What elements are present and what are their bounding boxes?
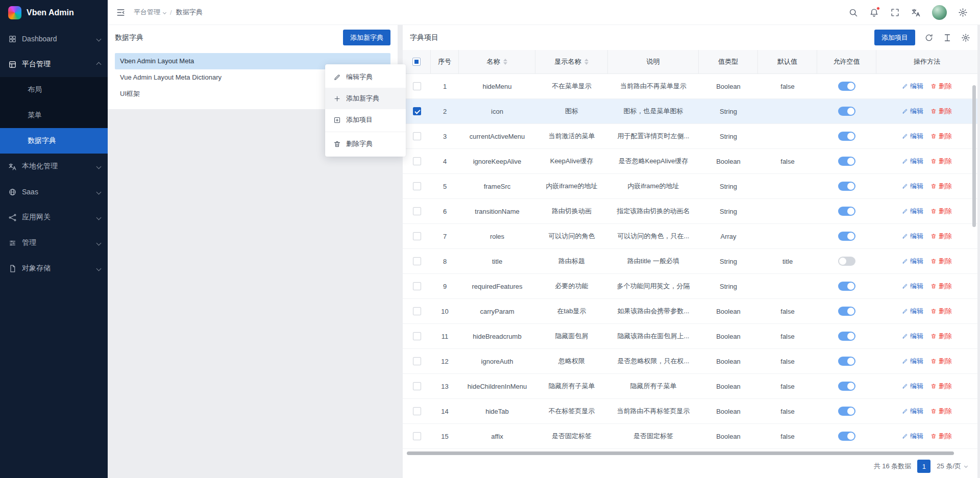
nullable-toggle[interactable]	[838, 107, 855, 116]
nullable-toggle[interactable]	[838, 232, 855, 241]
row-checkbox[interactable]	[413, 82, 421, 90]
column-header-显示名称[interactable]: 显示名称	[535, 50, 608, 74]
nullable-toggle[interactable]	[838, 332, 855, 341]
edit-link[interactable]: 编辑	[902, 357, 923, 366]
row-checkbox[interactable]	[413, 182, 421, 190]
row-checkbox[interactable]	[413, 232, 421, 240]
nullable-toggle[interactable]	[838, 407, 855, 416]
logo-icon	[8, 6, 21, 19]
row-checkbox[interactable]	[413, 382, 421, 390]
search-icon[interactable]	[848, 8, 858, 17]
nullable-toggle[interactable]	[838, 382, 855, 391]
row-checkbox[interactable]	[413, 332, 421, 340]
sidebar-subitem-布局[interactable]: 布局	[0, 77, 108, 103]
sort-icon[interactable]	[503, 59, 507, 65]
edit-link[interactable]: 编辑	[902, 282, 923, 291]
sidebar-item-gateway[interactable]: 应用网关	[0, 205, 108, 230]
vertical-scrollbar-thumb[interactable]	[972, 85, 976, 227]
row-checkbox[interactable]	[413, 407, 421, 415]
sidebar-subitem-菜单[interactable]: 菜单	[0, 103, 108, 128]
nullable-toggle[interactable]	[838, 357, 855, 366]
row-checkbox[interactable]	[413, 432, 421, 440]
delete-link[interactable]: 删除	[930, 282, 952, 291]
nullable-toggle[interactable]	[838, 182, 855, 191]
nullable-toggle[interactable]	[838, 82, 855, 91]
delete-link[interactable]: 删除	[930, 432, 952, 441]
delete-link[interactable]: 删除	[930, 182, 952, 191]
nullable-toggle[interactable]	[838, 307, 855, 316]
nullable-toggle[interactable]	[838, 257, 855, 266]
delete-link[interactable]: 删除	[930, 207, 952, 216]
edit-link[interactable]: 编辑	[902, 157, 923, 166]
pagination-page-1[interactable]: 1	[917, 460, 930, 473]
row-checkbox[interactable]	[413, 307, 421, 315]
delete-link[interactable]: 删除	[930, 332, 952, 341]
sidebar-item-platform[interactable]: 平台管理	[0, 52, 108, 77]
nullable-toggle[interactable]	[838, 282, 855, 291]
context-menu-item[interactable]: 编辑字典	[325, 66, 406, 88]
row-checkbox[interactable]	[413, 257, 421, 265]
storage-icon	[8, 264, 17, 273]
nullable-toggle[interactable]	[838, 157, 855, 166]
edit-link[interactable]: 编辑	[902, 382, 923, 391]
delete-link[interactable]: 删除	[930, 407, 952, 416]
sidebar-item-dashboard[interactable]: Dashboard	[0, 26, 108, 52]
context-menu-item[interactable]: 删除字典	[325, 133, 406, 155]
breadcrumb-platform[interactable]: 平台管理	[134, 8, 166, 17]
delete-link[interactable]: 删除	[930, 107, 952, 116]
edit-link[interactable]: 编辑	[902, 307, 923, 316]
add-item-button[interactable]: 添加项目	[874, 30, 915, 45]
delete-link[interactable]: 删除	[930, 157, 952, 166]
column-height-icon[interactable]	[943, 33, 952, 42]
page-size-select[interactable]: 25 条/页	[937, 462, 967, 471]
nullable-toggle[interactable]	[838, 132, 855, 141]
sort-icon[interactable]	[584, 59, 589, 65]
delete-link[interactable]: 删除	[930, 382, 952, 391]
sidebar-subitem-数据字典[interactable]: 数据字典	[0, 128, 108, 154]
add-dictionary-button[interactable]: 添加新字典	[343, 30, 390, 45]
horizontal-scrollbar-thumb[interactable]	[407, 451, 954, 455]
delete-link[interactable]: 删除	[930, 82, 952, 91]
sidebar-item-localization[interactable]: 本地化管理	[0, 154, 108, 179]
row-checkbox[interactable]	[413, 282, 421, 290]
edit-link[interactable]: 编辑	[902, 257, 923, 266]
nullable-toggle[interactable]	[838, 432, 855, 441]
row-checkbox[interactable]	[413, 357, 421, 365]
edit-link[interactable]: 编辑	[902, 132, 923, 141]
collapse-sidebar-icon[interactable]	[116, 8, 126, 17]
row-checkbox[interactable]	[413, 207, 421, 215]
edit-link[interactable]: 编辑	[902, 207, 923, 216]
sidebar-item-saas[interactable]: Saas	[0, 179, 108, 205]
translate-icon[interactable]	[911, 8, 921, 17]
delete-link[interactable]: 删除	[930, 132, 952, 141]
context-menu-item[interactable]: 添加新字典	[325, 88, 406, 109]
settings-icon[interactable]	[961, 33, 970, 42]
edit-link[interactable]: 编辑	[902, 432, 923, 441]
row-checkbox[interactable]	[413, 157, 421, 165]
refresh-icon[interactable]	[924, 33, 934, 42]
edit-link[interactable]: 编辑	[902, 182, 923, 191]
edit-link[interactable]: 编辑	[902, 332, 923, 341]
delete-link[interactable]: 删除	[930, 357, 952, 366]
column-header-名称[interactable]: 名称	[459, 50, 535, 74]
fullscreen-icon[interactable]	[890, 8, 900, 17]
user-avatar[interactable]	[932, 5, 947, 20]
context-menu-item[interactable]: 添加项目	[325, 109, 406, 131]
edit-link[interactable]: 编辑	[902, 407, 923, 416]
row-checkbox[interactable]	[413, 132, 421, 140]
delete-link[interactable]: 删除	[930, 307, 952, 316]
sidebar-item-storage[interactable]: 对象存储	[0, 256, 108, 281]
delete-link[interactable]: 删除	[930, 232, 952, 241]
delete-link[interactable]: 删除	[930, 257, 952, 266]
edit-link[interactable]: 编辑	[902, 232, 923, 241]
select-all-checkbox[interactable]	[412, 58, 421, 66]
nullable-toggle[interactable]	[838, 207, 855, 216]
settings-icon[interactable]	[958, 8, 968, 17]
row-checkbox[interactable]	[413, 107, 421, 115]
sidebar-item-manage[interactable]: 管理	[0, 230, 108, 256]
logo[interactable]: Vben Admin	[0, 0, 108, 25]
edit-link[interactable]: 编辑	[902, 82, 923, 91]
bell-icon[interactable]	[869, 8, 879, 17]
breadcrumb-current[interactable]: 数据字典	[176, 8, 203, 17]
edit-link[interactable]: 编辑	[902, 107, 923, 116]
